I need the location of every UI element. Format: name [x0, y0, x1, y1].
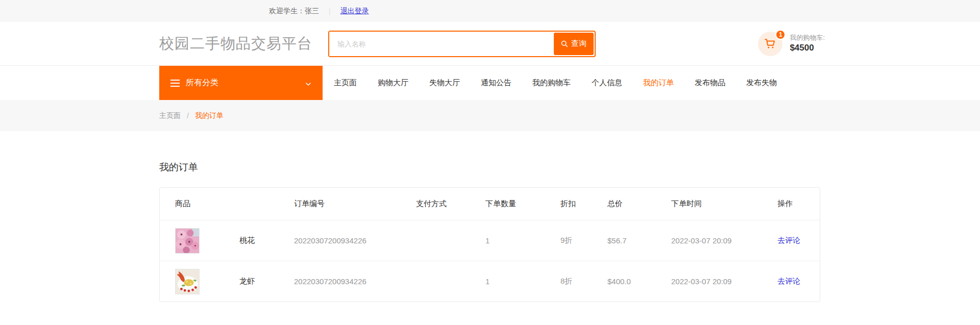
topbar-divider: ｜ — [326, 7, 333, 16]
col-product: 商品 — [175, 199, 294, 209]
search-icon — [561, 40, 568, 47]
order-discount: 9折 — [560, 236, 607, 245]
col-quantity: 下单数量 — [485, 199, 560, 209]
site-logo[interactable]: 校园二手物品交易平台 — [159, 34, 312, 54]
product-image-lobster — [175, 269, 200, 294]
cart-summary: 1 我的购物车: $4500 — [758, 32, 825, 56]
page-title: 我的订单 — [159, 161, 980, 174]
breadcrumb: 主页面 / 我的订单 — [0, 100, 980, 131]
order-total: $400.0 — [607, 277, 671, 286]
breadcrumb-home[interactable]: 主页面 — [159, 111, 181, 120]
order-number: 20220307200934226 — [294, 277, 416, 286]
col-discount: 折扣 — [560, 199, 607, 209]
all-categories-label: 所有分类 — [186, 78, 218, 88]
review-link[interactable]: 去评论 — [777, 236, 820, 245]
search-button[interactable]: 查询 — [554, 33, 594, 55]
nav-item-my-orders[interactable]: 我的订单 — [643, 78, 674, 88]
welcome-text: 欢迎学生：张三 — [269, 7, 319, 16]
order-time: 2022-03-07 20:09 — [671, 277, 777, 286]
order-number: 20220307200934226 — [294, 236, 416, 245]
order-quantity: 1 — [485, 277, 560, 286]
cart-icon — [764, 37, 777, 51]
table-row: 龙虾 20220307200934226 1 8折 $400.0 2022-03… — [160, 261, 820, 302]
main-content: 我的订单 商品 订单编号 支付方式 下单数量 折扣 总价 下单时间 操作 — [0, 161, 980, 302]
site-header: 校园二手物品交易平台 查询 1 我的购物车: — [0, 22, 980, 66]
chevron-down-icon — [305, 80, 311, 86]
col-order-number: 订单编号 — [294, 199, 416, 209]
nav-items: 主页面 购物大厅 失物大厅 通知公告 我的购物车 个人信息 我的订单 发布物品 … — [334, 66, 777, 100]
order-total: $56.7 — [607, 236, 671, 245]
nav-item-shopping-hall[interactable]: 购物大厅 — [378, 78, 408, 88]
all-categories-button[interactable]: 所有分类 — [159, 66, 323, 100]
product-name: 桃花 — [239, 236, 294, 245]
logout-link[interactable]: 退出登录 — [340, 7, 369, 16]
product-image-peach-blossom — [175, 228, 200, 254]
order-discount: 8折 — [560, 277, 607, 286]
main-nav: 所有分类 主页面 购物大厅 失物大厅 通知公告 我的购物车 个人信息 我的订单 … — [0, 66, 980, 100]
order-quantity: 1 — [485, 236, 560, 245]
order-time: 2022-03-07 20:09 — [671, 236, 777, 245]
cart-label: 我的购物车: — [790, 33, 825, 42]
topbar: 欢迎学生：张三 ｜ 退出登录 — [0, 0, 980, 22]
breadcrumb-current: 我的订单 — [195, 111, 224, 120]
cart-button[interactable]: 1 — [758, 32, 782, 56]
col-payment-method: 支付方式 — [416, 199, 485, 209]
review-link[interactable]: 去评论 — [777, 277, 820, 286]
nav-item-home[interactable]: 主页面 — [334, 78, 357, 88]
orders-table: 商品 订单编号 支付方式 下单数量 折扣 总价 下单时间 操作 — [159, 187, 820, 302]
col-order-time: 下单时间 — [671, 199, 777, 209]
breadcrumb-separator: / — [187, 112, 189, 120]
nav-item-notices[interactable]: 通知公告 — [481, 78, 511, 88]
nav-item-lost-found-hall[interactable]: 失物大厅 — [429, 78, 460, 88]
product-name: 龙虾 — [239, 277, 294, 286]
col-total-price: 总价 — [607, 199, 671, 209]
col-action: 操作 — [777, 199, 820, 209]
nav-item-publish-lost[interactable]: 发布失物 — [746, 78, 777, 88]
cart-badge: 1 — [775, 30, 786, 40]
hamburger-icon — [170, 78, 180, 89]
nav-item-profile[interactable]: 个人信息 — [592, 78, 622, 88]
search-button-label: 查询 — [571, 39, 586, 48]
table-row: 桃花 20220307200934226 1 9折 $56.7 2022-03-… — [160, 220, 820, 261]
search-box: 查询 — [328, 31, 596, 57]
nav-item-publish-item[interactable]: 发布物品 — [695, 78, 725, 88]
nav-item-my-cart[interactable]: 我的购物车 — [532, 78, 571, 88]
search-input[interactable] — [329, 32, 544, 56]
table-header-row: 商品 订单编号 支付方式 下单数量 折扣 总价 下单时间 操作 — [160, 188, 820, 220]
cart-total: $4500 — [790, 42, 825, 54]
